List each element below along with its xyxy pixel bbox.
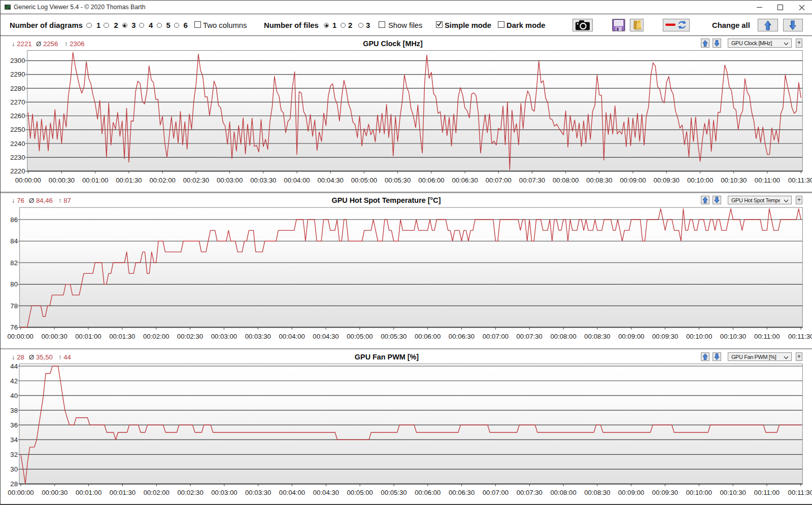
svg-text:42: 42 [10,377,18,385]
svg-text:00:01:00: 00:01:00 [75,333,101,340]
svg-text:00:10:00: 00:10:00 [687,176,713,184]
svg-text:44: 44 [10,363,18,370]
svg-text:00:09:00: 00:09:00 [618,489,644,496]
svg-text:00:05:00: 00:05:00 [347,489,373,496]
svg-text:00:11:00: 00:11:00 [754,489,780,496]
svg-text:00:10:00: 00:10:00 [686,333,712,340]
svg-text:00:08:00: 00:08:00 [550,489,576,496]
svg-text:00:01:30: 00:01:30 [116,176,142,184]
svg-text:00:04:00: 00:04:00 [279,333,305,340]
svg-text:00:03:30: 00:03:30 [245,489,271,496]
svg-text:00:09:00: 00:09:00 [620,176,646,184]
svg-text:00:01:30: 00:01:30 [110,489,136,496]
svg-text:00:02:00: 00:02:00 [150,176,176,184]
svg-text:2270: 2270 [10,98,25,106]
svg-text:82: 82 [10,259,18,267]
svg-text:00:04:30: 00:04:30 [313,333,339,340]
svg-text:00:00:30: 00:00:30 [41,333,67,340]
svg-text:00:08:30: 00:08:30 [584,333,610,340]
svg-text:00:05:00: 00:05:00 [347,333,373,340]
svg-text:00:02:30: 00:02:30 [177,333,203,340]
svg-text:00:10:30: 00:10:30 [721,176,747,184]
svg-text:00:09:30: 00:09:30 [654,176,680,184]
svg-text:00:03:00: 00:03:00 [211,333,237,340]
svg-text:00:03:30: 00:03:30 [245,333,271,340]
svg-text:00:09:30: 00:09:30 [652,489,678,496]
svg-text:00:06:30: 00:06:30 [452,176,478,184]
svg-text:00:11:00: 00:11:00 [754,333,780,340]
svg-text:00:01:00: 00:01:00 [76,489,101,496]
svg-text:00:06:30: 00:06:30 [449,333,475,340]
svg-text:00:05:30: 00:05:30 [381,333,407,340]
svg-text:00:02:00: 00:02:00 [144,489,170,496]
svg-text:00:00:30: 00:00:30 [42,489,67,496]
svg-text:2240: 2240 [10,140,25,148]
svg-text:00:07:00: 00:07:00 [486,176,512,184]
svg-text:38: 38 [10,407,18,414]
svg-text:00:07:30: 00:07:30 [517,333,543,340]
svg-text:2220: 2220 [10,167,25,175]
svg-text:00:05:30: 00:05:30 [385,176,411,184]
svg-text:00:11:30: 00:11:30 [788,176,812,184]
svg-text:00:06:00: 00:06:00 [415,333,441,340]
svg-text:00:10:00: 00:10:00 [686,489,712,496]
svg-text:00:08:00: 00:08:00 [553,176,579,184]
svg-text:00:06:30: 00:06:30 [449,489,475,496]
svg-text:00:05:00: 00:05:00 [351,176,377,184]
svg-text:00:07:00: 00:07:00 [483,489,509,496]
svg-text:00:07:00: 00:07:00 [483,333,509,340]
svg-text:00:04:30: 00:04:30 [313,489,339,496]
svg-text:00:04:00: 00:04:00 [284,176,310,184]
svg-text:00:01:30: 00:01:30 [109,333,135,340]
svg-text:76: 76 [10,323,18,331]
svg-text:2280: 2280 [10,85,25,92]
svg-text:00:08:30: 00:08:30 [584,489,610,496]
svg-text:00:09:00: 00:09:00 [618,333,644,340]
svg-text:00:07:30: 00:07:30 [517,489,543,496]
svg-text:00:02:30: 00:02:30 [183,176,209,184]
svg-text:28: 28 [10,480,18,488]
svg-text:2290: 2290 [10,70,25,78]
svg-text:2230: 2230 [10,154,25,161]
svg-text:00:06:00: 00:06:00 [415,489,441,496]
svg-text:00:04:00: 00:04:00 [279,489,305,496]
svg-text:00:08:00: 00:08:00 [550,333,576,340]
svg-text:00:00:30: 00:00:30 [49,176,75,184]
svg-text:32: 32 [10,451,18,458]
svg-text:00:00:00: 00:00:00 [8,489,33,496]
svg-text:2300: 2300 [10,57,25,64]
svg-text:34: 34 [10,436,18,444]
svg-text:00:07:30: 00:07:30 [519,176,545,184]
svg-text:80: 80 [10,280,18,288]
svg-text:00:10:30: 00:10:30 [720,489,746,496]
svg-text:00:00:00: 00:00:00 [8,333,33,340]
svg-text:00:04:30: 00:04:30 [318,176,344,184]
svg-text:00:10:30: 00:10:30 [720,333,746,340]
svg-text:00:05:30: 00:05:30 [381,489,407,496]
svg-text:00:09:30: 00:09:30 [652,333,678,340]
svg-text:78: 78 [10,302,18,310]
svg-text:30: 30 [10,465,18,473]
svg-text:00:11:30: 00:11:30 [788,489,812,496]
svg-text:86: 86 [10,216,18,224]
svg-text:00:02:00: 00:02:00 [143,333,169,340]
svg-text:00:11:00: 00:11:00 [755,176,780,184]
svg-text:84: 84 [10,237,18,245]
svg-text:00:08:30: 00:08:30 [586,176,612,184]
svg-text:00:02:30: 00:02:30 [177,489,203,496]
svg-text:00:01:00: 00:01:00 [82,176,108,184]
svg-text:2250: 2250 [10,126,25,133]
svg-text:00:00:00: 00:00:00 [15,176,41,184]
svg-text:00:11:30: 00:11:30 [788,333,812,340]
svg-text:00:03:30: 00:03:30 [250,176,276,184]
svg-text:00:03:00: 00:03:00 [217,176,243,184]
svg-text:36: 36 [10,421,18,429]
svg-text:00:03:00: 00:03:00 [211,489,237,496]
svg-text:00:06:00: 00:06:00 [418,176,444,184]
svg-text:2260: 2260 [10,112,25,120]
svg-text:40: 40 [10,392,18,400]
